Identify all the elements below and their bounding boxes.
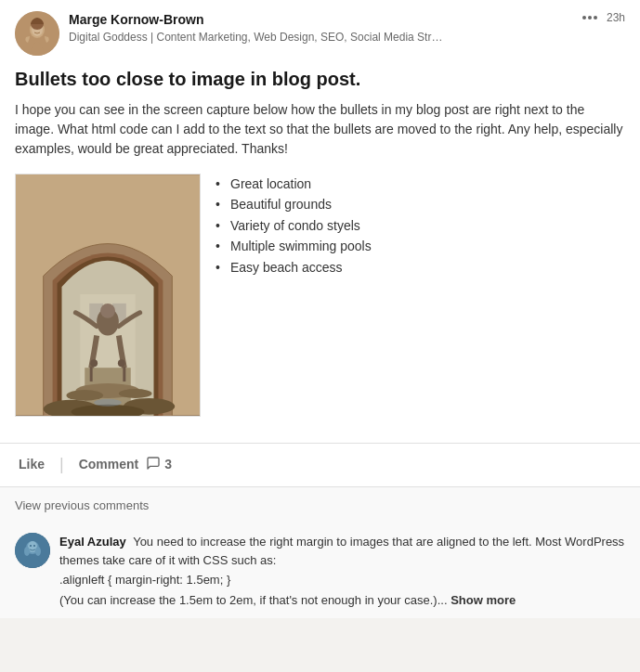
svg-point-13 bbox=[100, 304, 115, 318]
svg-point-29 bbox=[35, 547, 41, 556]
list-item: Beautiful grounds bbox=[216, 194, 372, 214]
divider bbox=[0, 443, 640, 444]
list-item: Variety of condo styels bbox=[216, 215, 372, 236]
list-item: Easy beach access bbox=[216, 257, 372, 278]
like-button[interactable]: Like bbox=[15, 451, 48, 477]
comment-text-part2: (You can increase the 1.5em to 2em, if t… bbox=[59, 593, 448, 607]
action-bar: Like | Comment 3 bbox=[0, 447, 640, 486]
avatar[interactable] bbox=[15, 11, 59, 56]
author-info: Marge Kornow-Brown Digital Goddess | Con… bbox=[69, 11, 442, 45]
comment-code: .alignleft { margin-right: 1.5em; } bbox=[59, 571, 625, 589]
comment-count: 3 bbox=[164, 457, 172, 472]
commenter-avatar bbox=[15, 533, 50, 568]
timestamp: 23h bbox=[607, 11, 625, 24]
comment-action[interactable]: Comment 3 bbox=[75, 451, 172, 477]
post-image bbox=[15, 174, 201, 417]
comment-text-inline: You need to increase the right margin to… bbox=[59, 535, 624, 567]
bullet-list: Great location Beautiful grounds Variety… bbox=[201, 174, 372, 278]
svg-point-26 bbox=[30, 545, 32, 547]
author-section: Marge Kornow-Brown Digital Goddess | Con… bbox=[15, 11, 442, 56]
post-content: Bullets too close to image in blog post.… bbox=[0, 63, 640, 439]
comment-body: Eyal Azulay You need to increase the rig… bbox=[59, 533, 625, 609]
post-title: Bullets too close to image in blog post. bbox=[15, 67, 625, 91]
action-divider: | bbox=[59, 456, 64, 472]
svg-point-22 bbox=[94, 399, 122, 407]
list-item: Great location bbox=[216, 174, 372, 194]
post-body: I hope you can see in the screen capture… bbox=[15, 100, 625, 159]
svg-point-18 bbox=[119, 389, 152, 398]
svg-point-27 bbox=[33, 545, 35, 547]
svg-point-15 bbox=[118, 359, 125, 367]
comment-button[interactable]: Comment bbox=[75, 451, 143, 477]
comments-section: View previous comments Eyal Azulay You n… bbox=[0, 486, 640, 618]
more-options-button[interactable] bbox=[579, 12, 601, 23]
list-item: Multiple swimming pools bbox=[216, 236, 372, 256]
author-tagline: Digital Goddess | Content Marketing, Web… bbox=[69, 30, 442, 45]
show-more-button[interactable]: Show more bbox=[451, 593, 516, 607]
svg-point-17 bbox=[66, 390, 103, 401]
author-name[interactable]: Marge Kornow-Brown bbox=[69, 11, 442, 30]
svg-point-14 bbox=[90, 359, 98, 367]
comment-item: Eyal Azulay You need to increase the rig… bbox=[0, 523, 640, 618]
view-previous-comments[interactable]: View previous comments bbox=[0, 487, 640, 523]
comment-icon bbox=[146, 456, 161, 473]
post-header-actions: 23h bbox=[579, 11, 625, 24]
svg-point-28 bbox=[24, 547, 30, 556]
comment-additional: (You can increase the 1.5em to 2em, if t… bbox=[59, 591, 625, 610]
commenter-name[interactable]: Eyal Azulay bbox=[59, 535, 126, 549]
post-header: Marge Kornow-Brown Digital Goddess | Con… bbox=[0, 0, 640, 63]
image-bullets-container: Great location Beautiful grounds Variety… bbox=[15, 174, 625, 417]
